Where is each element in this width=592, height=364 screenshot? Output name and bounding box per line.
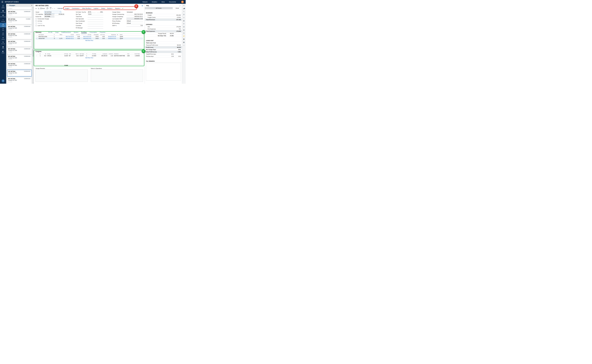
cell-comm[interactable]: 1.02	[108, 55, 113, 57]
field-voyage-completing[interactable]: 06/25/18 23:11	[126, 16, 143, 17]
field-eca-routing[interactable]: Default	[126, 22, 143, 24]
voyage-card-voyage-no-1545[interactable]: MV AKTAIA Voyage No 1545 05 Sep 15 SCHED…	[7, 25, 32, 32]
topnav-inbox[interactable]: Inbox	[162, 1, 165, 3]
topnav-network[interactable]: Network	[142, 1, 147, 3]
cell-alongside[interactable]: 24.00	[92, 38, 99, 39]
field-opr-type[interactable]: TCOV	[88, 13, 103, 15]
sidebar-item-alerts[interactable]: ! Alerts	[0, 32, 6, 36]
tc-code-field[interactable]: AKTA-I0001	[44, 13, 54, 15]
topnav-documents[interactable]: Documents	[169, 1, 176, 3]
cell-unit[interactable]: MT	[68, 55, 73, 57]
building-icon[interactable]: ⌂	[183, 45, 184, 46]
row-menu-icon[interactable]: ⋯	[35, 55, 38, 57]
tab-bunkers[interactable]: Bunkers	[74, 32, 78, 34]
menu-freight[interactable]: Freight▾	[65, 8, 70, 9]
field-chtr-specialist[interactable]	[88, 18, 103, 20]
cell-miles[interactable]: 2,170	[57, 38, 63, 39]
field-fd-manager[interactable]	[88, 27, 103, 29]
voyage-card-voyage-no-1544[interactable]: MV AKTAIA Voyage No 1544 29 Jul 15 CLOSE…	[7, 18, 32, 24]
field-piracy-routing[interactable]: Default	[126, 20, 143, 22]
cell-departure[interactable]: 06/25/18 23:11	[105, 38, 117, 39]
cell-st[interactable]: ..	[117, 36, 119, 38]
menu-estimate[interactable]: Estimate	[58, 8, 63, 9]
cell-f[interactable]: D	[53, 38, 57, 39]
voyage-card-voyage-no-1551[interactable]: MV AKTAIA Voyage No 1551 17 Jun 18 SCHED…	[7, 70, 32, 77]
cell-t[interactable]: L	[86, 55, 89, 57]
field-trade-area[interactable]	[88, 16, 103, 17]
cell-n[interactable]: 1	[38, 55, 41, 57]
sidebar-item-vessel-schedule[interactable]: ⚓ Vessel Schedule	[0, 4, 6, 9]
cargoes-add-row-link[interactable]: Add New Row	[35, 57, 143, 59]
columns-icon[interactable]: ▦	[183, 42, 184, 43]
cell-charterer[interactable]: SEATIDE MARITIME	[113, 55, 127, 57]
cell-lumpsum[interactable]: 250,000.00	[97, 55, 108, 57]
cell-anch_in[interactable]: 0.00	[74, 36, 80, 38]
cell-frt_rate[interactable]: 10.0000	[89, 55, 97, 57]
layers-icon[interactable]: ≡	[183, 17, 184, 19]
pnl-tab-all-periods[interactable]: All Periods	[145, 7, 172, 9]
user-avatar[interactable]: OB	[181, 0, 184, 3]
pnl-remarks-box[interactable]	[146, 63, 181, 81]
topnav-analytics[interactable]: Analytics	[152, 1, 157, 3]
cell-miles[interactable]	[57, 36, 63, 38]
cell-qty[interactable]: 25,000	[58, 55, 68, 57]
package-icon[interactable]: ◫	[183, 32, 184, 34]
menu-commission[interactable]: Commission▾	[72, 8, 80, 9]
copy-button[interactable]: ▾	[46, 8, 48, 9]
tab-port-date[interactable]: Port/Date	[81, 32, 87, 34]
tab-draft-restrictions[interactable]: Draft/Restrictions	[61, 32, 71, 34]
checkbox-consecutive-voyage[interactable]: Consecutive Voyage	[35, 18, 67, 20]
save-button[interactable]: Save	[40, 8, 45, 9]
cell-anch_in[interactable]: 0.00	[74, 38, 80, 39]
voyage-card-voyage-no-1549[interactable]: MV AKTAIA Voyage No 1549 09 Feb 18 SCHED…	[7, 55, 32, 62]
row-menu-icon[interactable]: ⋯	[35, 36, 38, 38]
cell-arrival[interactable]: 06/24/18 23:11	[63, 38, 74, 39]
row-menu-icon[interactable]: ⋯	[35, 38, 38, 39]
cell-all_fast[interactable]: 06/17/18 02:20	[80, 36, 92, 38]
bar-chart-icon[interactable]: ▂▅▇	[183, 8, 185, 9]
cell-arrival[interactable]: 06/17/18 02:20	[63, 36, 74, 38]
sync-icon[interactable]: ⟳	[183, 23, 184, 25]
field-vsl-code-voy-no[interactable]: AKTA	[88, 11, 96, 13]
sidebar-item-port-schedule[interactable]: ▦ Port Schedule	[0, 9, 6, 14]
scroll-up-icon[interactable]: ▲	[33, 7, 34, 8]
activity-icon[interactable]: ∿	[183, 11, 184, 12]
search-button[interactable]	[38, 8, 39, 9]
cell-berth[interactable]: QUAY	[119, 36, 128, 38]
field-user-group[interactable]	[88, 22, 103, 24]
cell-anch_out[interactable]: 0.00	[99, 36, 105, 38]
itinerary-add-row-link[interactable]: Add New Row	[35, 39, 143, 41]
cell-anch_out[interactable]: 0.00	[99, 38, 105, 39]
cell-f[interactable]: L	[53, 36, 57, 38]
voyages-scrollbar[interactable]: ▲ ▼	[33, 7, 34, 84]
hamburger-menu-icon[interactable]: ☰	[1, 1, 3, 3]
sidebar-item-voyages[interactable]: ◎ Voyages	[0, 23, 6, 27]
field-controller[interactable]	[88, 25, 103, 26]
vessel-select[interactable]: MV AKTAIA ▼	[44, 11, 61, 13]
collapse-icon[interactable]: «	[183, 5, 184, 6]
sidebar-item-fleet-map[interactable]: ⌖ Fleet Map	[0, 18, 6, 23]
tab-cargo[interactable]: Cargo	[55, 32, 59, 34]
sidebar-item-tasks[interactable]: ☑ Tasks	[0, 27, 6, 32]
cell-opt_type[interactable]: NOOPT	[79, 55, 86, 57]
menu-other-rev-exp[interactable]: Other Rev/Exp▾	[82, 8, 92, 9]
expand-icon[interactable]: ⤢	[179, 5, 181, 6]
menu-delays[interactable]: Delays	[101, 8, 105, 9]
checkbox-last-tci-voy[interactable]: Last TCI Voy	[35, 24, 67, 27]
pnl-tab-actual[interactable]: Actual	[172, 7, 182, 9]
cell-st[interactable]: ..	[117, 38, 119, 39]
fixture-field[interactable]: 20170006	[44, 16, 54, 17]
cell-port[interactable]: HOUSTON	[38, 38, 53, 39]
field-voyage-commencing[interactable]: 06/17/18 02:20	[126, 13, 143, 15]
cell-opt_pct[interactable]: 0.00	[73, 55, 79, 57]
voyage-card-voyage-no-1546[interactable]: MV AKTAIA Voyage No 1546 02 Nov 15 SCHED…	[7, 32, 32, 39]
sidebar-item-berth-schedule[interactable]: ▤ Berth Schedule	[0, 14, 6, 18]
notes-to-operations-input[interactable]	[91, 70, 143, 82]
delete-button[interactable]	[50, 8, 51, 9]
voyage-card-voyage-no-1550[interactable]: MV AKTAIA Voyage No 1550 12 Apr 18 SCHED…	[7, 62, 32, 69]
close-icon[interactable]: ✕	[31, 5, 33, 6]
grid-icon[interactable]: ⊞	[183, 26, 184, 28]
next-voyage-button[interactable]: ›	[54, 7, 55, 9]
hire-field[interactable]: 20,000.00	[55, 13, 65, 15]
cell-departure[interactable]: 06/18/18 02:20	[105, 36, 117, 38]
